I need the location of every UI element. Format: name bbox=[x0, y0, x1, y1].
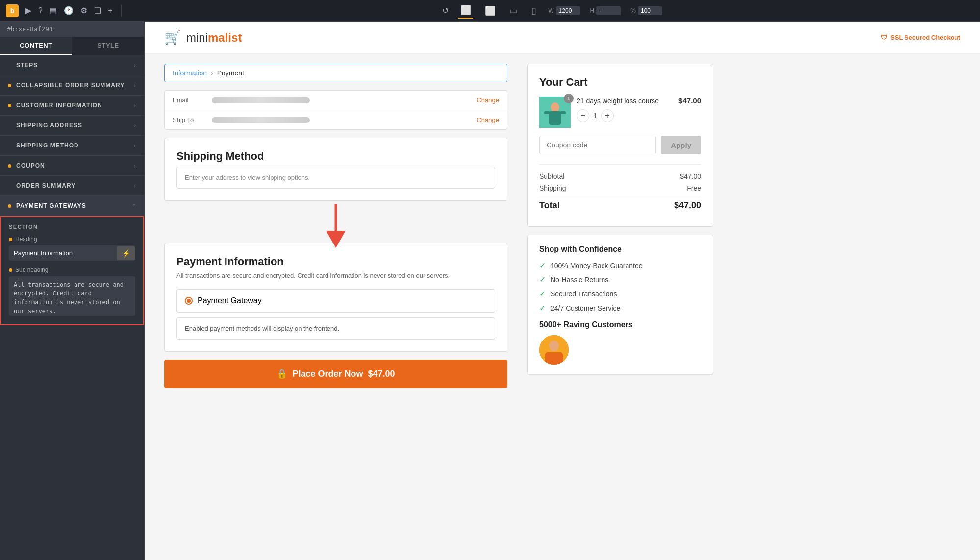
sidebar-tab-bar: CONTENT STYLE bbox=[0, 37, 144, 55]
sidebar: #brxe-8af294 CONTENT STYLE STEPS › COLLA… bbox=[0, 22, 145, 560]
coupon-apply-button[interactable]: Apply bbox=[661, 136, 701, 154]
mobile-landscape-btn[interactable]: ▭ bbox=[507, 3, 520, 18]
gateway-note: Enabled payment methods will display on … bbox=[176, 317, 495, 340]
sidebar-item-order-summary[interactable]: ORDER SUMMARY › bbox=[0, 176, 144, 196]
layers-icon[interactable]: ▤ bbox=[50, 6, 57, 15]
checkout-container: Information › Payment Email Change Ship … bbox=[145, 54, 733, 398]
sidebar-item-shipping-method[interactable]: SHIPPING METHOD › bbox=[0, 136, 144, 156]
tablet-device-btn[interactable]: ⬜ bbox=[483, 3, 498, 18]
qty-increase-btn[interactable]: + bbox=[601, 109, 614, 122]
heading-field-label: Heading bbox=[9, 236, 135, 243]
trust-item-1: ✓ 100% Money-Back Guarantee bbox=[539, 261, 701, 270]
cart-icon: 🛒 bbox=[164, 29, 181, 46]
refresh-icon[interactable]: ↺ bbox=[442, 6, 449, 15]
order-summary-chevron: › bbox=[134, 183, 136, 189]
cart-item-name: 21 days weight loss course bbox=[577, 97, 673, 105]
info-summary: Email Change Ship To Change bbox=[164, 90, 507, 130]
svg-rect-5 bbox=[544, 111, 550, 114]
email-change-link[interactable]: Change bbox=[477, 97, 499, 104]
mobile-portrait-btn[interactable]: ▯ bbox=[529, 3, 538, 18]
trust-label-4: 24/7 Customer Service bbox=[551, 304, 620, 312]
shipto-blurred bbox=[212, 117, 310, 123]
shipping-method-label: SHIPPING METHOD bbox=[16, 142, 134, 149]
tab-style[interactable]: STYLE bbox=[72, 37, 144, 55]
subheading-field-label: Sub heading bbox=[9, 267, 135, 273]
shipping-label: Shipping bbox=[539, 184, 566, 192]
qty-decrease-btn[interactable]: − bbox=[577, 109, 589, 122]
help-icon[interactable]: ? bbox=[38, 6, 43, 15]
device-controls: ↺ ⬜ ⬜ ▭ ▯ W H % bbox=[130, 3, 974, 19]
height-input[interactable] bbox=[596, 6, 621, 15]
shipping-method-dot bbox=[8, 144, 11, 147]
svg-marker-1 bbox=[326, 231, 346, 248]
check-icon-4: ✓ bbox=[539, 303, 546, 313]
shipping-address-label: SHIPPING ADDRESS bbox=[16, 122, 134, 129]
cart-item: 1 21 days weight loss course − 1 + $47.0… bbox=[539, 97, 701, 128]
heading-magic-btn[interactable]: ⚡ bbox=[117, 246, 135, 260]
trust-item-3: ✓ Secured Transactions bbox=[539, 289, 701, 298]
avatar-svg bbox=[539, 335, 569, 365]
main-layout: #brxe-8af294 CONTENT STYLE STEPS › COLLA… bbox=[0, 22, 980, 560]
customer-avatar bbox=[539, 335, 569, 365]
collapsible-dot bbox=[8, 84, 11, 87]
heading-input[interactable] bbox=[9, 245, 117, 261]
coupon-label: COUPON bbox=[16, 162, 134, 169]
trust-label-2: No-Hassle Returns bbox=[551, 276, 608, 284]
check-icon-3: ✓ bbox=[539, 289, 546, 298]
settings-icon[interactable]: ⚙ bbox=[80, 6, 87, 15]
email-info-row: Email Change bbox=[165, 91, 507, 110]
zoom-input[interactable] bbox=[638, 6, 662, 15]
cart-item-badge: 1 bbox=[564, 94, 574, 103]
svg-point-8 bbox=[549, 341, 559, 351]
sidebar-item-collapsible[interactable]: COLLAPSIBLE ORDER SUMMARY › bbox=[0, 75, 144, 96]
desktop-device-btn[interactable]: ⬜ bbox=[458, 3, 473, 19]
sidebar-item-customer[interactable]: CUSTOMER INFORMATION › bbox=[0, 96, 144, 116]
zoom-label: % bbox=[630, 7, 636, 14]
coupon-chevron: › bbox=[134, 163, 136, 169]
radio-inner bbox=[187, 299, 191, 303]
toolbar: b ▶ ? ▤ 🕐 ⚙ ❏ + ↺ ⬜ ⬜ ▭ ▯ W H % bbox=[0, 0, 980, 22]
subheading-textarea[interactable]: All transactions are secure and encrypte… bbox=[9, 276, 135, 316]
add-icon[interactable]: + bbox=[108, 6, 112, 15]
payment-title: Payment Information bbox=[176, 255, 495, 268]
place-order-price: $47.00 bbox=[368, 369, 395, 379]
lock-icon: 🔒 bbox=[276, 368, 287, 379]
payment-gateways-label: PAYMENT GATEWAYS bbox=[16, 202, 131, 209]
builder-logo[interactable]: b bbox=[6, 4, 19, 17]
place-order-button[interactable]: 🔒 Place Order Now $47.00 bbox=[164, 360, 507, 388]
content-area: 🛒 minimalist 🛡 SSL Secured Checkout Info… bbox=[145, 22, 980, 560]
total-row: Total $47.00 bbox=[539, 196, 701, 211]
coupon-input[interactable] bbox=[539, 136, 656, 154]
payment-gateway-option[interactable]: Payment Gateway bbox=[176, 289, 495, 313]
shipto-value bbox=[212, 117, 477, 123]
svg-rect-6 bbox=[560, 111, 566, 114]
payment-gateways-dot bbox=[8, 204, 11, 208]
sidebar-item-shipping-address[interactable]: SHIPPING ADDRESS › bbox=[0, 116, 144, 136]
collapsible-label: COLLAPSIBLE ORDER SUMMARY bbox=[16, 82, 134, 89]
height-label: H bbox=[590, 7, 595, 14]
tab-content[interactable]: CONTENT bbox=[0, 37, 72, 55]
sidebar-item-coupon[interactable]: COUPON › bbox=[0, 156, 144, 176]
history-icon[interactable]: 🕐 bbox=[64, 6, 74, 15]
trust-box: Shop with Confidence ✓ 100% Money-Back G… bbox=[527, 235, 713, 375]
cart-totals: Subtotal $47.00 Shipping Free Total $47.… bbox=[539, 164, 701, 211]
code-icon[interactable]: ❏ bbox=[94, 6, 101, 15]
email-value bbox=[212, 97, 477, 103]
shipto-change-link[interactable]: Change bbox=[477, 116, 499, 123]
email-blurred bbox=[212, 97, 310, 103]
width-input[interactable] bbox=[556, 6, 580, 15]
cursor-icon[interactable]: ▶ bbox=[25, 6, 31, 15]
shipping-address-chevron: › bbox=[134, 122, 136, 128]
sidebar-item-steps[interactable]: STEPS › bbox=[0, 55, 144, 75]
payment-section: Payment Information All transactions are… bbox=[164, 243, 507, 352]
sidebar-item-payment-gateways[interactable]: PAYMENT GATEWAYS ⌄ bbox=[0, 196, 144, 216]
customer-chevron: › bbox=[134, 102, 136, 108]
total-value: $47.00 bbox=[674, 200, 701, 211]
shipping-address-dot bbox=[8, 124, 11, 127]
down-arrow-annotation bbox=[321, 204, 351, 248]
cart-box: Your Cart bbox=[527, 64, 713, 227]
payment-radio bbox=[185, 297, 193, 305]
breadcrumb-info-link[interactable]: Information bbox=[173, 69, 207, 77]
heading-input-row: ⚡ bbox=[9, 245, 135, 261]
collapsible-chevron: › bbox=[134, 82, 136, 88]
